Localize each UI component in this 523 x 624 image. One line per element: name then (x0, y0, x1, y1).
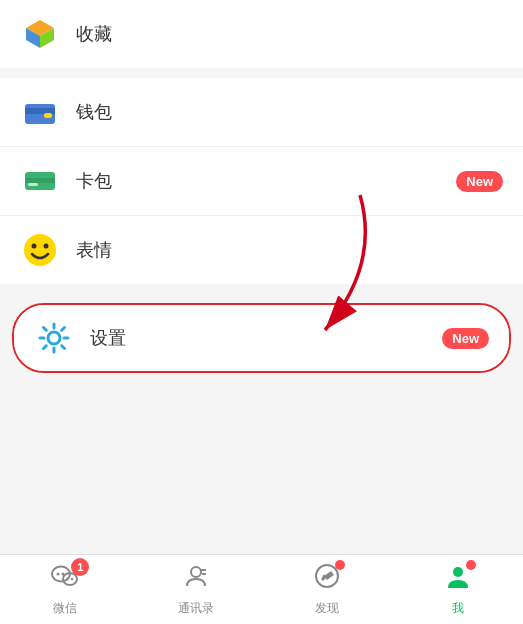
settings-new-badge: New (442, 328, 489, 349)
menu-item-wallet[interactable]: 钱包 (0, 78, 523, 147)
settings-highlight: 设置 New (12, 303, 511, 373)
tab-contacts[interactable]: 通讯录 (131, 555, 262, 624)
settings-label: 设置 (90, 326, 432, 350)
svg-point-15 (57, 573, 60, 576)
svg-rect-8 (28, 183, 38, 186)
menu-item-favorites[interactable]: 收藏 (0, 0, 523, 68)
settings-section: 设置 New (0, 294, 523, 382)
card-new-badge: New (456, 171, 503, 192)
me-badge-dot (466, 560, 476, 570)
svg-point-11 (44, 244, 49, 249)
tab-bar: 1 微信 通讯录 发现 (0, 554, 523, 624)
favorites-section: 收藏 (0, 0, 523, 68)
svg-rect-5 (44, 113, 52, 118)
favorites-icon (20, 14, 60, 54)
wallet-section: 钱包 卡包 New 表情 (0, 78, 523, 284)
wechat-badge: 1 (71, 558, 89, 576)
svg-marker-24 (324, 571, 334, 580)
svg-point-9 (24, 234, 56, 266)
card-label: 卡包 (76, 169, 446, 193)
svg-point-20 (191, 567, 201, 577)
svg-rect-7 (25, 178, 55, 183)
card-icon (20, 161, 60, 201)
wallet-icon (20, 92, 60, 132)
discover-badge-dot (335, 560, 345, 570)
emoji-icon (20, 230, 60, 270)
tab-contacts-label: 通讯录 (178, 600, 214, 617)
menu-item-card[interactable]: 卡包 New (0, 147, 523, 216)
discover-icon (313, 562, 341, 597)
svg-point-26 (453, 567, 463, 577)
me-icon (444, 562, 472, 597)
wallet-label: 钱包 (76, 100, 503, 124)
favorites-label: 收藏 (76, 22, 503, 46)
menu-item-emoji[interactable]: 表情 (0, 216, 523, 284)
svg-marker-25 (321, 574, 326, 581)
tab-wechat-label: 微信 (53, 600, 77, 617)
contacts-icon (182, 562, 210, 597)
emoji-label: 表情 (76, 238, 503, 262)
svg-point-10 (32, 244, 37, 249)
tab-discover-label: 发现 (315, 600, 339, 617)
settings-icon (34, 318, 74, 358)
tab-wechat[interactable]: 1 微信 (0, 555, 131, 624)
menu-item-settings[interactable]: 设置 New (14, 305, 509, 371)
svg-point-19 (71, 578, 74, 581)
tab-me[interactable]: 我 (392, 555, 523, 624)
svg-point-18 (67, 578, 70, 581)
wechat-icon: 1 (51, 562, 79, 597)
tab-me-label: 我 (452, 600, 464, 617)
svg-point-12 (48, 332, 60, 344)
tab-discover[interactable]: 发现 (262, 555, 393, 624)
